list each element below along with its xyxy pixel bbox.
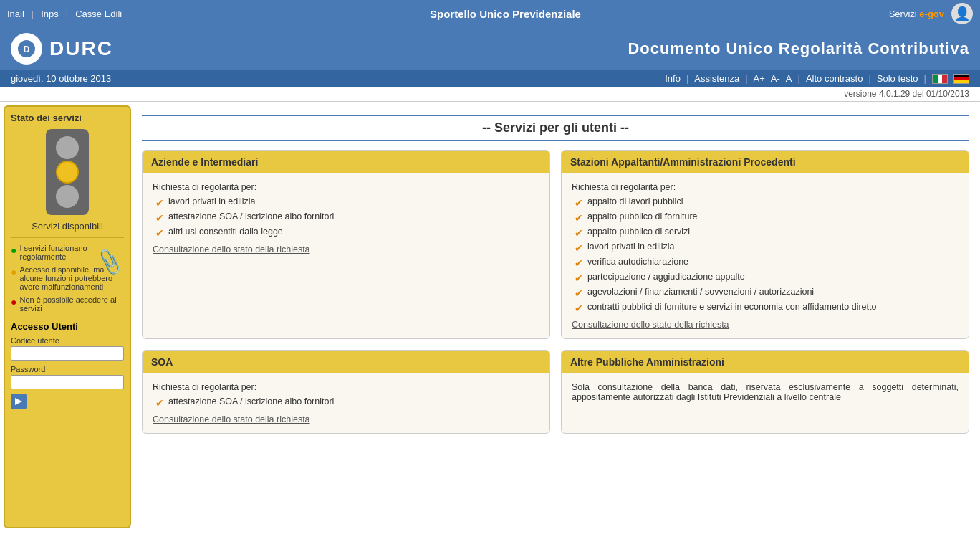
password-input[interactable]: [11, 375, 124, 389]
servizi-disponibili-label: Servizi disponibili: [11, 221, 124, 232]
dot-red: ●: [11, 296, 16, 308]
stazioni-items: ✔appalto di lavori pubblici ✔appalto pub…: [572, 196, 959, 314]
main-layout: Stato dei servizi Servizi disponibili 📎 …: [0, 102, 980, 532]
casse-edili-link[interactable]: Casse Edili: [75, 9, 122, 19]
card-soa-header: SOA: [143, 351, 549, 373]
list-item: ✔appalto pubblico di forniture: [575, 211, 959, 224]
version-bar: versione 4.0.1.29 del 01/10/2013: [0, 87, 980, 102]
login-form: Codice utente Password: [11, 336, 124, 409]
card-aziende-header: Aziende e Intermediari: [143, 151, 549, 173]
traffic-light-red: [56, 136, 79, 159]
check-icon: ✔: [155, 397, 164, 409]
card-altre-body: Sola consultazione della banca dati, ris…: [562, 373, 969, 411]
card-soa: SOA Richiesta di regolarità per: ✔attest…: [142, 350, 550, 434]
header: D DURC Documento Unico Regolarità Contri…: [0, 27, 980, 70]
stazioni-item-1: appalto pubblico di forniture: [587, 211, 698, 222]
inps-link[interactable]: Inps: [41, 9, 59, 19]
aziende-item-0: lavori privati in edilizia: [168, 196, 256, 206]
durc-logo-text: DURC: [49, 37, 113, 60]
top-navigation: Inail | Inps | Casse Edili Sportello Uni…: [0, 0, 980, 27]
assistenza-link[interactable]: Assistenza: [694, 73, 739, 84]
info-link[interactable]: Info: [665, 73, 681, 84]
font-large-link[interactable]: A+: [754, 73, 765, 84]
list-item: ✔ attestazione SOA / iscrizione albo for…: [155, 211, 539, 224]
aziende-consult-link[interactable]: Consultazione dello stato della richiest…: [153, 244, 310, 254]
check-icon: ✔: [155, 197, 164, 209]
sidebar: Stato dei servizi Servizi disponibili 📎 …: [4, 105, 131, 528]
traffic-light-yellow: [56, 161, 79, 184]
traffic-light: [46, 129, 89, 215]
codice-label: Codice utente: [11, 336, 124, 345]
list-item: ✔appalto di lavori pubblici: [575, 196, 959, 209]
document-title: Documento Unico Regolarità Contributiva: [628, 39, 969, 58]
accesso-utenti-title: Accesso Utenti: [11, 321, 124, 332]
codice-input[interactable]: [11, 346, 124, 361]
altre-description: Sola consultazione della banca dati, ris…: [572, 382, 959, 402]
list-item: ✔verifica autodichiarazione: [575, 257, 959, 269]
list-item: ✔agevolazioni / finanziamenti / sovvenzi…: [575, 287, 959, 299]
flag-german[interactable]: [953, 74, 969, 84]
soa-item-0: attestazione SOA / iscrizione albo forni…: [168, 396, 334, 406]
card-stazioni-header: Stazioni Appaltanti/Amministrazioni Proc…: [562, 151, 969, 173]
svg-marker-2: [15, 398, 22, 405]
info-bar-right: Info | Assistenza | A+ A- A | Alto contr…: [665, 73, 969, 84]
servizi-egov-label: Servizi e-gov: [889, 9, 944, 19]
check-icon: ✔: [155, 212, 164, 224]
version-text: versione 4.0.1.29 del 01/10/2013: [844, 89, 969, 99]
list-item: ✔contratti pubblici di forniture e servi…: [575, 302, 959, 314]
dot-yellow: ●: [11, 266, 16, 277]
card-aziende: Aziende e Intermediari Richiesta di rego…: [142, 150, 550, 339]
list-item: ✔partecipazione / aggiudicazione appalto: [575, 272, 959, 284]
svg-text:D: D: [24, 44, 30, 54]
status-item-red: ● Non è possibile accedere ai servizi: [11, 295, 124, 313]
password-label: Password: [11, 365, 124, 373]
card-altre: Altre Pubbliche Amministrazioni Sola con…: [561, 350, 969, 434]
login-submit-button[interactable]: [11, 394, 27, 409]
card-aziende-body: Richiesta di regolarità per: ✔ lavori pr…: [143, 173, 549, 263]
aziende-item-1: attestazione SOA / iscrizione albo forni…: [168, 211, 334, 222]
dot-green: ●: [11, 244, 16, 256]
info-bar: giovedì, 10 ottobre 2013 Info | Assisten…: [0, 70, 980, 87]
aziende-request-label: Richiesta di regolarità per:: [153, 182, 539, 192]
inail-link[interactable]: Inail: [7, 9, 24, 19]
stazioni-item-5: partecipazione / aggiudicazione appalto: [587, 272, 745, 282]
check-icon: ✔: [575, 212, 583, 224]
card-altre-header: Altre Pubbliche Amministrazioni: [562, 351, 969, 373]
flag-italian[interactable]: [932, 74, 948, 84]
status-red-text: Non è possibile accedere ai servizi: [19, 295, 124, 313]
current-date: giovedì, 10 ottobre 2013: [11, 73, 111, 84]
list-item: ✔appalto pubblico di servizi: [575, 227, 959, 239]
cards-grid: Aziende e Intermediari Richiesta di rego…: [142, 150, 969, 434]
list-item: ✔ lavori privati in edilizia: [155, 196, 539, 209]
soa-request-label: Richiesta di regolarità per:: [153, 382, 539, 392]
stazioni-item-3: lavori privati in edilizia: [587, 242, 675, 252]
card-soa-body: Richiesta di regolarità per: ✔attestazio…: [143, 373, 549, 433]
stazioni-item-2: appalto pubblico di servizi: [587, 227, 690, 237]
stazioni-item-0: appalto di lavori pubblici: [587, 196, 683, 206]
stazioni-item-7: contratti pubblici di forniture e serviz…: [587, 302, 876, 312]
site-title: Sportello Unico Previdenziale: [129, 8, 881, 20]
arrow-right-icon: [14, 396, 24, 406]
logo-circle: D: [11, 33, 42, 65]
sidebar-title: Stato dei servizi: [11, 113, 124, 123]
check-icon: ✔: [575, 227, 583, 239]
list-item: ✔ altri usi consentiti dalla legge: [155, 227, 539, 239]
solo-testo-link[interactable]: Solo testo: [877, 73, 918, 84]
aziende-items: ✔ lavori privati in edilizia ✔ attestazi…: [153, 196, 539, 239]
stazioni-item-6: agevolazioni / finanziamenti / sovvenzio…: [587, 287, 814, 297]
sidebar-divider: [11, 237, 124, 238]
traffic-light-green: [56, 185, 79, 208]
check-icon: ✔: [575, 303, 583, 314]
font-small-link[interactable]: A-: [771, 73, 780, 84]
check-icon: ✔: [575, 257, 583, 269]
list-item: ✔attestazione SOA / iscrizione albo forn…: [155, 396, 539, 409]
page-heading: -- Servizi per gli utenti --: [142, 115, 969, 141]
soa-consult-link[interactable]: Consultazione dello stato della richiest…: [153, 414, 310, 424]
font-normal-link[interactable]: A: [786, 73, 792, 84]
card-stazioni: Stazioni Appaltanti/Amministrazioni Proc…: [561, 150, 969, 339]
card-stazioni-body: Richiesta di regolarità per: ✔appalto di…: [562, 173, 969, 338]
check-icon: ✔: [575, 197, 583, 209]
alto-contrasto-link[interactable]: Alto contrasto: [806, 73, 863, 84]
stazioni-consult-link[interactable]: Consultazione dello stato della richiest…: [572, 320, 729, 330]
logo-area: D DURC: [11, 33, 113, 65]
